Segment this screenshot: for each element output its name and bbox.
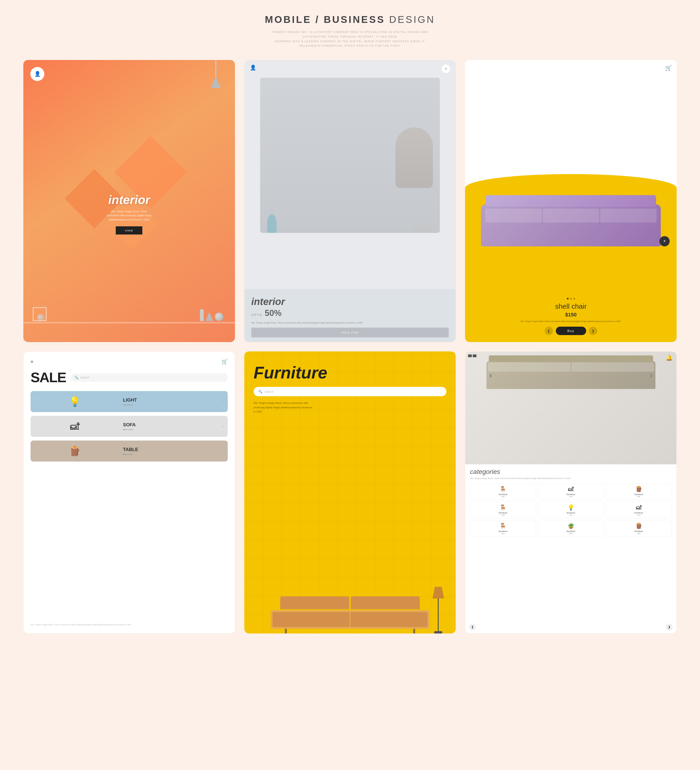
cat-cell-price-8: $$$ — [569, 532, 572, 535]
category-light[interactable]: 💡 LIGHT learn more → — [31, 391, 228, 412]
sale-label: SALE — [31, 369, 66, 385]
dot-3 — [573, 298, 575, 299]
search-placeholder: search — [80, 376, 89, 379]
furniture-icon-5: 💡 — [567, 504, 574, 511]
card4-topbar: ≡ 🛒 — [31, 359, 228, 365]
card2-overlay: interior UPTO 50% We, Tongro image Stock… — [244, 289, 456, 342]
category-sofa[interactable]: 🛋 SOFA learn more → — [31, 416, 228, 437]
cat-cell-name-6: furniture — [634, 512, 643, 514]
sofa-image — [481, 204, 661, 246]
prev-arrow[interactable]: ❮ — [469, 623, 476, 631]
card-sale-app: ≡ 🛒 SALE 🔍 search 💡 LIGHT learn more — [23, 351, 235, 634]
card1-content: interior We, Tongro Image Stock. Since c… — [106, 193, 152, 235]
sofa-image — [487, 361, 655, 389]
search-icon: 🔍 — [74, 376, 78, 379]
furniture-search[interactable]: 🔍 search — [254, 387, 446, 396]
cat-sofa-sub: learn more — [123, 429, 224, 431]
cat-cell-2[interactable]: 🛋 furniture $$$ — [538, 483, 604, 500]
cat-cell-3[interactable]: 🪵 furniture $$$ — [606, 483, 672, 500]
nav-row: ❮ Buy ❯ — [472, 327, 670, 335]
card-furniture-yellow: Furniture 🔍 search We, Tongro Image Stoc… — [244, 351, 456, 634]
sofa-photo-area: 🔔 — [465, 352, 676, 464]
card1-decor — [23, 295, 235, 342]
cat-cell-name-9: furniture — [634, 530, 643, 532]
cat-light-icon-area: 💡 — [31, 391, 119, 412]
card4-footer: We, Tongro Image Stock. Since commence w… — [31, 619, 228, 626]
cat-light-label-area: LIGHT learn more — [119, 395, 228, 408]
page-header: MOBILE / BUSINESS DESIGN TONGRO IMAGES I… — [19, 14, 681, 48]
cat-cell-price-4: $$$ — [501, 514, 504, 516]
furniture-visual — [244, 450, 456, 634]
categories-title: categories — [470, 468, 672, 476]
cat-cell-5[interactable]: 💡 furniture $$$ — [538, 501, 604, 518]
card-shell-chair: 🛒 + — [465, 60, 677, 342]
sale-row: SALE 🔍 search — [31, 369, 228, 385]
person-image — [260, 78, 440, 233]
prev-button[interactable]: ❮ — [545, 327, 553, 335]
cat-cell-price-1: $$$ — [501, 496, 504, 498]
bell-icon: 🔔 — [666, 354, 673, 361]
search-placeholder: search — [265, 390, 274, 393]
furniture-icon-7: 🪑 — [500, 522, 506, 529]
categories-section: categories We, Tongro Image Stock. Since… — [465, 464, 676, 623]
next-button[interactable]: ❯ — [589, 327, 597, 335]
cat-cell-7[interactable]: 🪑 furniture $$$ — [470, 520, 536, 537]
plus-button[interactable]: + — [660, 236, 670, 246]
cart-icon: 🛒 — [665, 65, 672, 71]
vase-decor — [200, 309, 204, 321]
table-icon: 🪵 — [69, 446, 81, 457]
cat-cell-name-2: furniture — [567, 493, 575, 496]
furniture-icon-3: 🪵 — [635, 486, 642, 492]
cat-sofa-arrow: → — [221, 424, 225, 428]
cat-cell-price-9: $$$ — [637, 532, 640, 535]
furniture-body: We, Tongro Image Stock, Since commence w… — [254, 401, 314, 414]
card-interior-orange: 👤 interior We, Tongro Image Stock. Since… — [23, 60, 235, 342]
cat-table-label: TABLE — [123, 447, 224, 452]
card1-desc: We, Tongro Image Stock. Since commence w… — [106, 210, 152, 222]
card1-view-button[interactable]: view — [116, 226, 142, 235]
cart-icon[interactable]: 🛒 — [221, 359, 228, 365]
cat-table-sub: learn more — [123, 453, 224, 455]
card2-more-button[interactable]: more view — [251, 328, 449, 337]
card3-bottom: shell chair $150 We, Tongro Image Stock.… — [465, 293, 677, 342]
cat-table-label-area: TABLE learn more — [119, 445, 228, 458]
furniture-icon-2: 🛋 — [568, 486, 574, 492]
sofa-icon: 🛋 — [70, 421, 79, 432]
cat-cell-9[interactable]: 🪵 furniture $$$ — [606, 520, 672, 537]
cat-table-arrow: → — [221, 449, 225, 453]
cards-grid: 👤 interior We, Tongro Image Stock. Since… — [23, 60, 677, 634]
product-name: shell chair — [472, 302, 670, 311]
cat-cell-name-3: furniture — [634, 493, 643, 496]
hamburger-icon[interactable]: ≡ — [31, 359, 33, 364]
next-arrow[interactable]: ❯ — [666, 623, 673, 631]
cat-light-arrow: → — [221, 400, 225, 403]
close-button[interactable]: × — [442, 65, 450, 73]
cat-cell-name-7: furniture — [499, 530, 507, 532]
furniture-icon-4: 🪑 — [500, 504, 506, 511]
carousel-dots — [472, 298, 670, 299]
frame-decor — [33, 307, 47, 321]
cat-sofa-label: SOFA — [123, 422, 224, 427]
card2-discount: 50% — [265, 308, 281, 318]
cat-cell-4[interactable]: 🪑 furniture $$$ — [470, 501, 536, 518]
cat-cell-name-5: furniture — [567, 512, 575, 514]
user-icon-gray: 👤 — [250, 65, 256, 73]
cat-light-label: LIGHT — [123, 397, 224, 403]
card2-upto: UPTO — [251, 313, 262, 317]
furniture-icon-8: 🪴 — [567, 522, 574, 529]
product-price: $150 — [472, 312, 670, 318]
cat-cell-8[interactable]: 🪴 furniture $$$ — [538, 520, 604, 537]
categories-desc: We, Tongro Image Stock. Since commerce w… — [470, 477, 672, 480]
page-title: MOBILE / BUSINESS DESIGN — [19, 14, 681, 25]
furniture-title: Furniture — [254, 363, 446, 382]
category-table[interactable]: 🪵 TABLE learn more → — [31, 440, 228, 461]
cat-cell-1[interactable]: 🪑 furniture $$$ — [470, 483, 536, 500]
card2-body: We, Tongro image Stock. Since commence w… — [251, 321, 449, 325]
cat-sofa-icon-area: 🛋 — [31, 416, 119, 437]
buy-button[interactable]: Buy — [556, 327, 586, 335]
sofa-area — [465, 60, 677, 246]
cat-cell-name-4: furniture — [499, 512, 507, 514]
cat-cell-6[interactable]: 🛋 furniture $$$ — [606, 501, 672, 518]
search-box[interactable]: 🔍 search — [71, 373, 228, 382]
categories-grid: 🪑 furniture $$$ 🛋 furniture $$$ 🪵 furnit… — [470, 483, 672, 537]
